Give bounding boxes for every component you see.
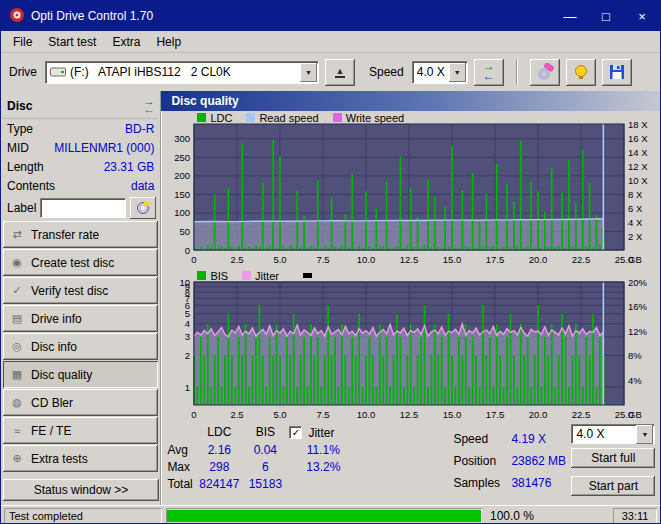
samples-stat-value: 381476 — [511, 476, 551, 490]
svg-text:5.0: 5.0 — [274, 409, 287, 420]
save-icon — [608, 63, 626, 81]
legend-bottom: BIS Jitter — [161, 269, 660, 282]
label-input[interactable] — [40, 198, 126, 218]
minimize-button[interactable]: — — [552, 1, 588, 31]
svg-text:200: 200 — [175, 170, 191, 181]
menu-file[interactable]: File — [5, 33, 40, 51]
chevron-down-icon[interactable]: ▼ — [449, 63, 466, 82]
sidebar-item-cd-bler[interactable]: ◍ CD Bler — [3, 389, 158, 416]
titlebar: Opti Drive Control 1.70 — □ × — [1, 1, 660, 31]
app-icon — [9, 7, 25, 26]
jitter-avg-value: 11.1% — [301, 443, 345, 457]
svg-text:2 X: 2 X — [628, 231, 643, 242]
svg-text:8 X: 8 X — [628, 189, 643, 200]
svg-text:3: 3 — [185, 331, 190, 342]
refresh-icon: → ← — [483, 62, 495, 82]
svg-text:0: 0 — [192, 409, 197, 420]
fe-te-icon: ≈ — [9, 425, 25, 437]
sidebar-item-disc-info[interactable]: ◎ Disc info — [3, 333, 158, 360]
svg-text:4 X: 4 X — [628, 217, 643, 228]
drive-icon — [50, 67, 66, 77]
erase-disc-icon — [536, 63, 554, 81]
svg-text:2.5: 2.5 — [231, 409, 244, 420]
disc-type-label: Type — [7, 122, 33, 136]
disc-header: Disc → ← — [3, 93, 158, 119]
svg-text:14 X: 14 X — [628, 147, 648, 158]
disc-info-icon: ◎ — [9, 340, 25, 353]
speed-select[interactable]: 4.0 X ▼ — [412, 61, 468, 84]
extra-tests-icon: ⊕ — [9, 452, 25, 465]
svg-text:0: 0 — [185, 245, 190, 256]
save-button[interactable] — [602, 59, 632, 86]
label-label: Label — [7, 201, 36, 215]
sidebar-item-create-test-disc[interactable]: ◉ Create test disc — [3, 249, 158, 276]
test-speed-select[interactable]: 4.0 X ▼ — [571, 424, 655, 444]
svg-text:GB: GB — [628, 254, 642, 265]
svg-text:16%: 16% — [628, 301, 648, 312]
chevron-down-icon[interactable]: ▼ — [300, 63, 317, 82]
menubar: File Start test Extra Help — [1, 31, 660, 53]
menu-help[interactable]: Help — [148, 33, 189, 51]
chevron-down-icon[interactable]: ▼ — [636, 425, 653, 444]
svg-text:18 X: 18 X — [628, 119, 648, 130]
svg-text:12.5: 12.5 — [400, 409, 419, 420]
sidebar-item-transfer-rate[interactable]: ⇄ Transfer rate — [3, 221, 158, 248]
svg-text:15.0: 15.0 — [443, 409, 462, 420]
sidebar-item-verify-test-disc[interactable]: ✓ Verify test disc — [3, 277, 158, 304]
progress-bar — [166, 508, 482, 524]
eject-icon: ▲ — [335, 67, 345, 78]
sidebar-item-disc-quality[interactable]: ▦ Disc quality — [3, 361, 158, 388]
rescan-disc-icon[interactable]: → ← — [143, 98, 154, 114]
legend-write-speed: Write speed — [346, 112, 405, 124]
maximize-button[interactable]: □ — [588, 1, 624, 31]
statusbar: Test completed 100.0 % 33:11 — [1, 505, 660, 524]
sidebar: Disc → ← Type BD-R MID MILLENMR1 (000) L… — [1, 91, 160, 505]
svg-text:4: 4 — [185, 318, 190, 329]
svg-text:16 X: 16 X — [628, 133, 648, 144]
speed-stat-value: 4.19 X — [511, 432, 546, 446]
legend-marker — [303, 273, 312, 278]
drive-select[interactable]: (F:) ATAPI iHBS112 2 CL0K ▼ — [45, 61, 319, 84]
erase-disc-button[interactable] — [530, 59, 560, 86]
disc-label-icon — [136, 201, 150, 215]
lamp-button[interactable] — [566, 59, 596, 86]
max-bis-value: 6 — [245, 460, 285, 474]
svg-text:20.0: 20.0 — [529, 254, 548, 265]
ldc-column-header: LDC — [197, 425, 241, 439]
start-part-button[interactable]: Start part — [571, 476, 655, 496]
progress-fill — [167, 510, 481, 522]
panel-title: Disc quality — [161, 91, 660, 111]
svg-text:17.5: 17.5 — [486, 254, 505, 265]
svg-text:20%: 20% — [628, 277, 648, 288]
read-speed-swatch-icon — [246, 113, 255, 122]
disc-mid-label: MID — [7, 141, 29, 155]
svg-text:50: 50 — [180, 226, 191, 237]
menu-start-test[interactable]: Start test — [40, 33, 104, 51]
jitter-checkbox[interactable]: ✓ — [289, 426, 302, 439]
svg-text:2.5: 2.5 — [231, 254, 244, 265]
sidebar-item-extra-tests[interactable]: ⊕ Extra tests — [3, 445, 158, 472]
refresh-speeds-button[interactable]: → ← — [474, 59, 504, 86]
svg-text:20.0: 20.0 — [529, 409, 548, 420]
stats-panel: LDC BIS Avg 2.16 0.04 Max 298 6 Total 82… — [161, 424, 660, 505]
sidebar-item-fe-te[interactable]: ≈ FE / TE — [3, 417, 158, 444]
speed-label: Speed — [369, 65, 404, 79]
ldc-swatch-icon — [197, 113, 206, 122]
close-button[interactable]: × — [624, 1, 660, 31]
disc-mid-value: MILLENMR1 (000) — [54, 141, 154, 155]
disc-contents-value[interactable]: data — [131, 179, 154, 193]
check-icon: ✓ — [292, 428, 300, 438]
disc-label-button[interactable] — [130, 197, 156, 219]
content: Disc → ← Type BD-R MID MILLENMR1 (000) L… — [1, 91, 660, 505]
start-full-button[interactable]: Start full — [571, 448, 655, 468]
svg-text:22.5: 22.5 — [572, 409, 591, 420]
ldc-speed-chart: 30025020015010050018 X16 X14 X12 X10 X8 … — [161, 124, 660, 269]
menu-extra[interactable]: Extra — [104, 33, 148, 51]
svg-text:150: 150 — [175, 189, 191, 200]
status-window-button[interactable]: Status window >> — [3, 479, 159, 501]
sidebar-item-drive-info[interactable]: ▤ Drive info — [3, 305, 158, 332]
svg-text:300: 300 — [175, 133, 191, 144]
transfer-rate-icon: ⇄ — [9, 228, 25, 241]
svg-text:GB: GB — [628, 409, 642, 420]
eject-button[interactable]: ▲ — [325, 59, 355, 86]
